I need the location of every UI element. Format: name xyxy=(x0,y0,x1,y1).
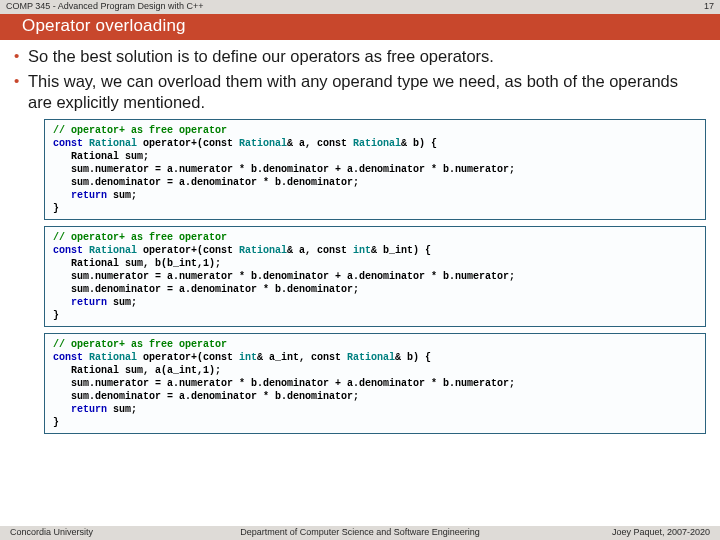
code-token: sum; xyxy=(107,297,137,308)
code-line: sum.denominator = a.denominator * b.deno… xyxy=(53,177,359,188)
code-line: } xyxy=(53,417,59,428)
code-token: return xyxy=(53,297,107,308)
code-line: } xyxy=(53,310,59,321)
code-line: Rational sum, a(a_int,1); xyxy=(53,365,221,376)
code-line: sum.denominator = a.denominator * b.deno… xyxy=(53,284,359,295)
bullet-marker: • xyxy=(14,71,28,91)
footer-center: Department of Computer Science and Softw… xyxy=(240,527,480,537)
course-label: COMP 345 - Advanced Program Design with … xyxy=(6,1,203,14)
slide-title: Operator overloading xyxy=(22,16,186,35)
footer-bar: Concordia University Department of Compu… xyxy=(0,526,720,540)
code-token: Rational xyxy=(353,138,401,149)
code-comment: // operator+ as free operator xyxy=(53,339,227,350)
code-token: return xyxy=(53,404,107,415)
top-meta-bar: COMP 345 - Advanced Program Design with … xyxy=(0,0,720,14)
bullet-item: • This way, we can overload them with an… xyxy=(14,71,706,113)
code-token: Rational xyxy=(89,352,137,363)
code-line: sum.numerator = a.numerator * b.denomina… xyxy=(53,271,515,282)
slide-title-bar: Operator overloading xyxy=(0,14,720,40)
code-token: & b_int) { xyxy=(371,245,431,256)
code-comment: // operator+ as free operator xyxy=(53,232,227,243)
code-line: sum.numerator = a.numerator * b.denomina… xyxy=(53,164,515,175)
code-block: // operator+ as free operator const Rati… xyxy=(44,119,706,220)
code-token: const xyxy=(53,352,89,363)
bullet-marker: • xyxy=(14,46,28,66)
code-token: Rational xyxy=(89,138,137,149)
code-token: Rational xyxy=(347,352,395,363)
bullet-item: • So the best solution is to define our … xyxy=(14,46,706,67)
code-block: // operator+ as free operator const Rati… xyxy=(44,226,706,327)
code-block: // operator+ as free operator const Rati… xyxy=(44,333,706,434)
footer-right: Joey Paquet, 2007-2020 xyxy=(612,527,710,540)
code-line: Rational sum; xyxy=(53,151,149,162)
code-token: sum; xyxy=(107,190,137,201)
code-token: operator+(const xyxy=(137,138,239,149)
code-token: const xyxy=(53,138,89,149)
code-token: operator+(const xyxy=(137,352,239,363)
code-token: operator+(const xyxy=(137,245,239,256)
code-line: sum.denominator = a.denominator * b.deno… xyxy=(53,391,359,402)
code-line: } xyxy=(53,203,59,214)
page-number: 17 xyxy=(704,1,714,14)
code-token: & b) { xyxy=(395,352,431,363)
bullet-text: So the best solution is to define our op… xyxy=(28,46,494,67)
code-token: & b) { xyxy=(401,138,437,149)
code-token: sum; xyxy=(107,404,137,415)
code-comment: // operator+ as free operator xyxy=(53,125,227,136)
footer-left: Concordia University xyxy=(10,527,93,540)
code-token: Rational xyxy=(239,138,287,149)
code-token: int xyxy=(239,352,257,363)
code-token: int xyxy=(353,245,371,256)
code-token: Rational xyxy=(89,245,137,256)
code-token: const xyxy=(53,245,89,256)
code-token: & a_int, const xyxy=(257,352,347,363)
bullet-text: This way, we can overload them with any … xyxy=(28,71,706,113)
code-token: Rational xyxy=(239,245,287,256)
code-line: Rational sum, b(b_int,1); xyxy=(53,258,221,269)
code-token: & a, const xyxy=(287,245,353,256)
code-token: return xyxy=(53,190,107,201)
code-line: sum.numerator = a.numerator * b.denomina… xyxy=(53,378,515,389)
slide-body: • So the best solution is to define our … xyxy=(0,40,720,434)
code-token: & a, const xyxy=(287,138,353,149)
